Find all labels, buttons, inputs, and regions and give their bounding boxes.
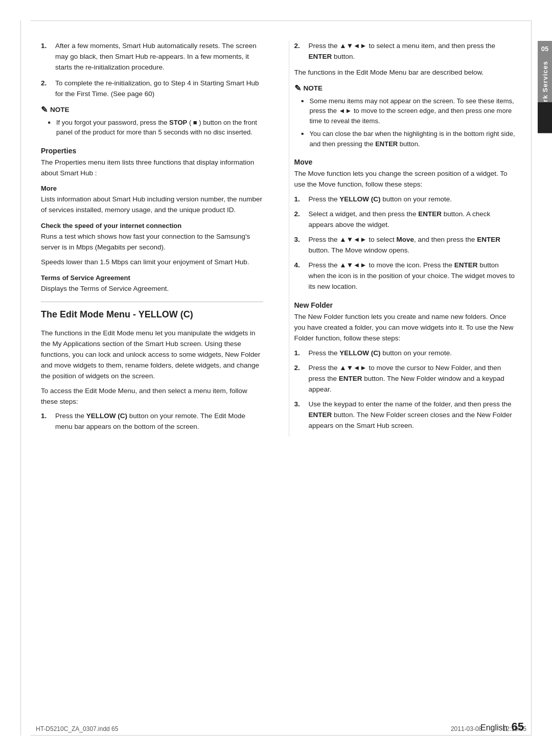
terms-heading: Terms of Service Agreement — [41, 274, 263, 282]
note-list-1: If you forgot your password, press the S… — [41, 118, 263, 138]
step-3-text: After a few moments, Smart Hub automatic… — [55, 42, 257, 71]
check-text2: Speeds lower than 1.5 Mbps can limit you… — [41, 257, 263, 268]
new-folder-step-1: Press the YELLOW (C) button on your remo… — [294, 348, 517, 359]
side-tab-accent — [538, 102, 552, 133]
edit-step-1: Press the YELLOW (C) button on your remo… — [41, 411, 263, 432]
footer: HT-D5210C_ZA_0307.indd 65 2011-03-08 12:… — [36, 725, 526, 732]
section-divider — [41, 302, 263, 302]
more-text: Lists information about Smart Hub includ… — [41, 194, 263, 216]
right-step-2: Press the ▲▼◄► to select a menu item, an… — [294, 41, 517, 62]
edit-mode-heading: The Edit Mode Menu - YELLOW (C) — [41, 309, 263, 323]
note-box-2: ✎ NOTE Some menu items may not appear on… — [294, 83, 517, 149]
page-container: 05 Network Services After a few moments,… — [0, 0, 552, 756]
right-intro-steps: Press the ▲▼◄► to select a menu item, an… — [294, 41, 517, 62]
new-folder-heading: New Folder — [294, 301, 517, 309]
edit-mode-steps-left: Press the YELLOW (C) button on your remo… — [41, 411, 263, 432]
terms-text: Displays the Terms of Service Agreement. — [41, 284, 263, 294]
edit-mode-access: To access the Edit Mode Menu, and then s… — [41, 386, 263, 407]
move-steps: Press the YELLOW (C) button on your remo… — [294, 194, 517, 292]
move-step-2: Select a widget, and then press the ENTE… — [294, 209, 517, 231]
note-item-2-2: You can close the bar when the highlight… — [302, 129, 517, 149]
edit-mode-bar-desc: The functions in the Edit Mode Menu bar … — [294, 67, 517, 78]
note-box-1: ✎ NOTE If you forgot your password, pres… — [41, 105, 263, 138]
note-list-2: Some menu items may not appear on the sc… — [294, 96, 517, 149]
intro-steps: After a few moments, Smart Hub automatic… — [41, 41, 263, 100]
edit-mode-intro: The functions in the Edit Mode menu let … — [41, 328, 263, 382]
right-column: Press the ▲▼◄► to select a menu item, an… — [289, 41, 517, 437]
move-step-3: Press the ▲▼◄► to select Move, and then … — [294, 235, 517, 256]
border-bottom — [31, 735, 532, 736]
properties-heading: Properties — [41, 147, 263, 155]
move-step-4: Press the ▲▼◄► to move the icon. Press t… — [294, 260, 517, 292]
note-item-2-1: Some menu items may not appear on the sc… — [302, 96, 517, 126]
more-heading: More — [41, 185, 263, 192]
footer-date: 2011-03-08 — [451, 725, 482, 732]
check-heading: Check the speed of your internet connect… — [41, 222, 263, 230]
border-left — [20, 20, 21, 736]
footer-file: HT-D5210C_ZA_0307.indd 65 — [36, 725, 118, 732]
page-number: 65 — [512, 720, 524, 734]
new-folder-step-2: Press the ▲▼◄► to move the cursor to New… — [294, 363, 517, 395]
note-icon-1: ✎ — [41, 105, 48, 114]
step-3: After a few moments, Smart Hub automatic… — [41, 41, 263, 73]
new-folder-steps: Press the YELLOW (C) button on your remo… — [294, 348, 517, 431]
note-label-1: NOTE — [50, 106, 70, 113]
new-folder-step-3: Use the keypad to enter the name of the … — [294, 399, 517, 431]
english-label: English — [480, 723, 507, 732]
check-text1: Runs a test which shows how fast your co… — [41, 232, 263, 253]
border-right — [531, 20, 532, 736]
page-number-area: English 65 — [480, 720, 524, 734]
step-4-text: To complete the re-initialization, go to… — [55, 79, 259, 98]
move-heading: Move — [294, 158, 517, 166]
new-folder-intro: The New Folder function lets you create … — [294, 312, 517, 344]
note-item-1-1: If you forgot your password, press the S… — [48, 118, 263, 138]
move-step-1: Press the YELLOW (C) button on your remo… — [294, 194, 517, 205]
border-top — [31, 20, 532, 21]
note-title-2: ✎ NOTE — [294, 83, 517, 93]
properties-intro: The Properties menu item lists three fun… — [41, 157, 263, 179]
note-label-2: NOTE — [304, 84, 323, 92]
main-content: After a few moments, Smart Hub automatic… — [41, 41, 516, 437]
step-4: To complete the re-initialization, go to… — [41, 78, 263, 100]
move-intro: The Move function lets you change the sc… — [294, 169, 517, 190]
note-icon-2: ✎ — [294, 83, 301, 93]
left-column: After a few moments, Smart Hub automatic… — [41, 41, 268, 437]
note-title-1: ✎ NOTE — [41, 105, 263, 114]
side-tab-number: 05 — [541, 45, 548, 53]
